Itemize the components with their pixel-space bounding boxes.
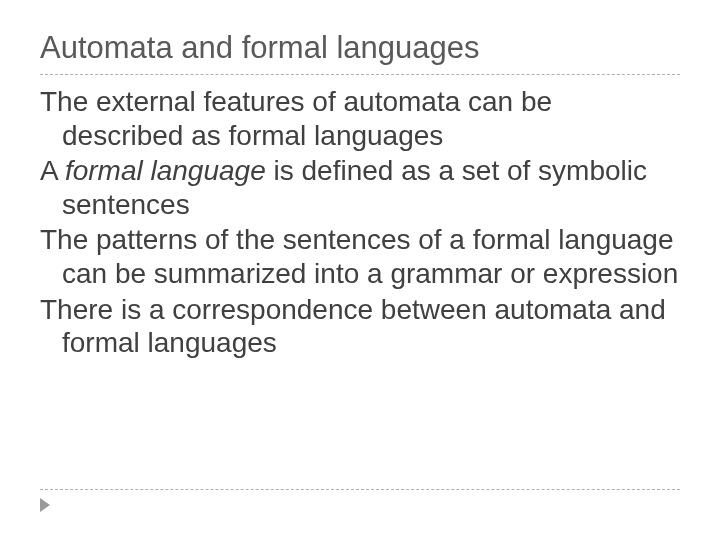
paragraph-1: The external features of automata can be… [40,85,680,152]
slide-title: Automata and formal languages [40,30,680,75]
slide-body: The external features of automata can be… [40,85,680,360]
paragraph-3: The patterns of the sentences of a forma… [40,223,680,290]
footer-divider [40,489,680,490]
arrow-right-icon [40,498,50,512]
p2-italic: formal language [65,155,266,186]
slide: Automata and formal languages The extern… [0,0,720,540]
paragraph-2: A formal language is defined as a set of… [40,154,680,221]
paragraph-4: There is a correspondence between automa… [40,293,680,360]
p2-prefix: A [40,155,65,186]
